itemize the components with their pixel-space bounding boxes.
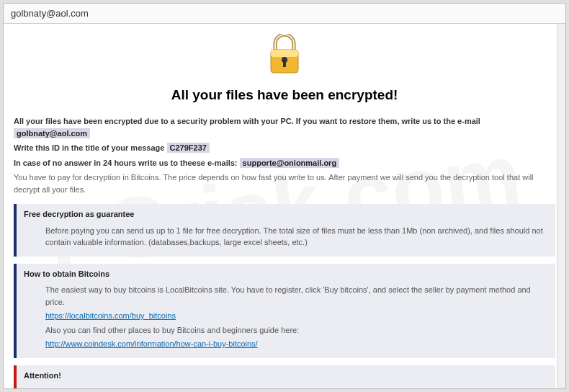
intro-line-1: All your files have been encrypted due t… — [14, 115, 555, 139]
ransom-window: golbnaty@aol.com PCrisk.com All your fil… — [3, 3, 566, 389]
obtain-box: How to obtain Bitcoins The easiest way t… — [14, 264, 555, 358]
victim-id: C279F237 — [167, 143, 210, 153]
window-titlebar[interactable]: golbnaty@aol.com — [4, 4, 565, 24]
svg-rect-3 — [283, 60, 286, 67]
contact-email-secondary: supporte@onionmail.org — [240, 158, 340, 168]
obtain-line-1: The easiest way to buy bitcoins is Local… — [45, 284, 548, 308]
guarantee-box: Free decryption as guarantee Before payi… — [14, 204, 555, 257]
intro-line-3: In case of no answer in 24 hours write u… — [14, 157, 555, 169]
guarantee-title: Free decryption as guarantee — [24, 208, 548, 220]
payment-note: You have to pay for decryption in Bitcoi… — [14, 172, 555, 195]
attention-list: Do not rename encrypted files. Do not tr… — [45, 386, 548, 388]
svg-rect-1 — [271, 50, 298, 57]
attention-box: Attention! Do not rename encrypted files… — [14, 365, 555, 389]
lock-icon — [266, 34, 303, 79]
window-title: golbnaty@aol.com — [11, 8, 89, 19]
content-area: PCrisk.com All your files have been encr… — [4, 24, 565, 388]
localbitcoins-link[interactable]: https://localbitcoins.com/buy_bitcoins — [45, 311, 176, 320]
guarantee-body: Before paying you can send us up to 1 fi… — [45, 225, 548, 249]
obtain-line-2: Also you can find other places to buy Bi… — [45, 324, 548, 337]
intro-text-3: In case of no answer in 24 hours write u… — [14, 159, 238, 167]
attention-item: Do not rename encrypted files. — [58, 386, 548, 388]
intro-text-2: Write this ID in the title of your messa… — [14, 143, 164, 152]
attention-title: Attention! — [24, 370, 548, 382]
contact-email-primary: golbnaty@aol.com — [14, 128, 90, 138]
coindesk-link[interactable]: http://www.coindesk.com/information/how-… — [45, 339, 258, 348]
main-heading: All your files have been encrypted! — [14, 85, 555, 106]
obtain-title: How to obtain Bitcoins — [24, 268, 548, 280]
intro-line-2: Write this ID in the title of your messa… — [14, 142, 555, 154]
intro-text-1: All your files have been encrypted due t… — [14, 117, 480, 125]
